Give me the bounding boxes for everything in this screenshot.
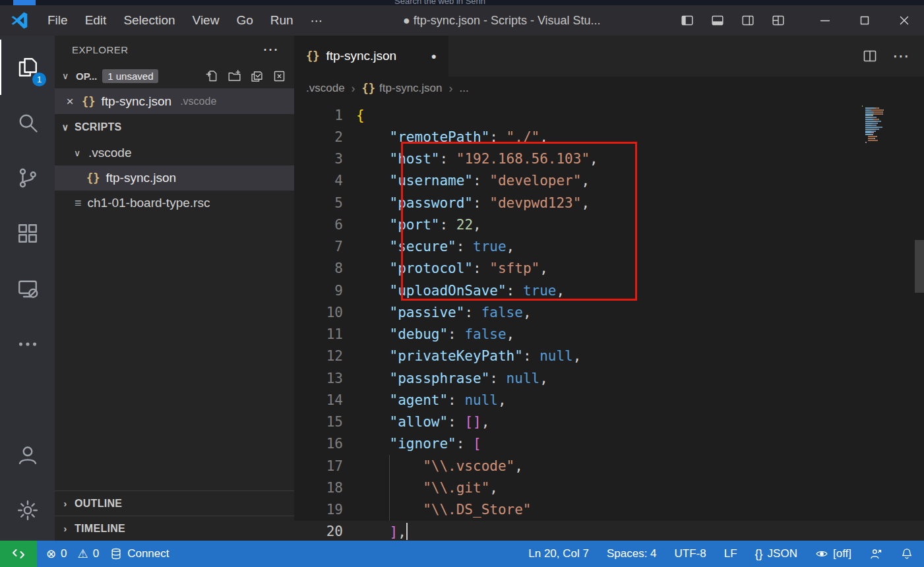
section-scripts[interactable]: ∨ SCRIPTS: [55, 114, 294, 140]
toggle-panel-icon[interactable]: [710, 13, 725, 28]
menu-selection[interactable]: Selection: [115, 13, 183, 28]
line-number: 6: [294, 217, 343, 233]
line-number: 15: [294, 414, 343, 430]
cursor-position[interactable]: Ln 20, Col 7: [528, 547, 589, 560]
code-line-13[interactable]: 13 "passphrase": null,: [294, 367, 924, 389]
breadcrumb-item[interactable]: ...: [460, 82, 469, 95]
menu-go[interactable]: Go: [228, 13, 261, 28]
breadcrumb-item[interactable]: .vscode: [306, 82, 345, 95]
code-line-15[interactable]: 15 "allow": [],: [294, 411, 924, 433]
notifications[interactable]: [900, 547, 913, 560]
eol-indicator[interactable]: LF: [724, 547, 737, 560]
activity-extensions[interactable]: [0, 206, 55, 261]
menu-file[interactable]: File: [39, 13, 77, 28]
breadcrumb-item[interactable]: {}ftp-sync.json: [362, 82, 443, 95]
code-line-9[interactable]: 9 "uploadOnSave": true,: [294, 280, 924, 301]
breadcrumb-separator-icon: ›: [449, 82, 453, 96]
activity-remote-explorer[interactable]: [0, 261, 55, 316]
sidebar-more-icon[interactable]: ⋯: [262, 42, 278, 57]
new-folder-icon[interactable]: [228, 69, 241, 83]
activity-explorer[interactable]: 1: [0, 40, 55, 95]
code-line-2[interactable]: 2 "remotePath": "./",: [294, 126, 924, 148]
section-timeline[interactable]: › TIMELINE: [55, 516, 294, 541]
code-line-5[interactable]: 5 "password": "devpwd123",: [294, 192, 924, 214]
encoding[interactable]: UTF-8: [675, 547, 706, 560]
code-line-4[interactable]: 4 "username": "developer",: [294, 170, 924, 192]
code-line-3[interactable]: 3 "host": "192.168.56.103",: [294, 148, 924, 170]
open-editor-item[interactable]: × {} ftp-sync.json .vscode: [55, 88, 294, 114]
window-title: ● ftp-sync.json - Scripts - Visual Stu..…: [332, 14, 672, 28]
feedback[interactable]: [869, 547, 882, 560]
eye-icon: [815, 547, 828, 560]
file-icon: ≡: [75, 196, 82, 210]
bell-icon: [900, 547, 913, 560]
editor-more-icon[interactable]: ⋯: [892, 47, 909, 65]
customize-layout-icon[interactable]: [771, 13, 785, 28]
code-line-1[interactable]: 1{: [294, 104, 924, 126]
code-line-14[interactable]: 14 "agent": null,: [294, 389, 924, 411]
close-editor-icon[interactable]: ×: [64, 94, 76, 109]
save-all-icon[interactable]: [250, 69, 264, 83]
chevron-down-icon: ∨: [60, 71, 71, 81]
activity-more[interactable]: [0, 316, 55, 372]
menu-more[interactable]: ⋯: [302, 13, 332, 28]
tab-label: ftp-sync.json: [326, 49, 396, 63]
sidebar-title: EXPLORER: [72, 44, 262, 55]
modified-indicator[interactable]: ●: [431, 51, 437, 61]
source-control-icon: [16, 166, 40, 190]
code-line-20[interactable]: 20 ],: [294, 521, 924, 541]
code-line-7[interactable]: 7 "secure": true,: [294, 236, 924, 258]
tree-item-rsc-file[interactable]: ≡ ch1-01-board-type.rsc: [55, 191, 294, 216]
code-line-11[interactable]: 11 "debug": false,: [294, 324, 924, 345]
code-line-16[interactable]: 16 "ignore": [: [294, 433, 924, 455]
split-editor-icon[interactable]: [862, 48, 878, 64]
activity-search[interactable]: [0, 95, 55, 150]
close-button[interactable]: [884, 5, 924, 36]
remote-explorer-icon: [16, 277, 40, 301]
close-all-editors-icon[interactable]: [272, 69, 286, 83]
toggle-sidebar-icon[interactable]: [680, 13, 694, 28]
ftp-sync-status[interactable]: [off]: [815, 547, 851, 560]
menu-edit[interactable]: Edit: [77, 13, 115, 28]
line-number: 4: [294, 173, 343, 189]
language-mode[interactable]: {}JSON: [755, 547, 797, 561]
maximize-button[interactable]: [845, 5, 884, 36]
problems-warnings[interactable]: ⚠0: [78, 547, 100, 561]
minimap[interactable]: [862, 105, 912, 144]
unsaved-badge: 1 unsaved: [102, 69, 158, 83]
menu-view[interactable]: View: [184, 13, 228, 28]
code-line-6[interactable]: 6 "port": 22,: [294, 214, 924, 235]
background-partial-text: Search the web in Senn: [394, 0, 485, 5]
problems-errors[interactable]: ⊗0: [46, 547, 67, 561]
code-line-12[interactable]: 12 "privateKeyPath": null,: [294, 345, 924, 367]
toggle-secondary-sidebar-icon[interactable]: [741, 13, 755, 28]
activity-settings[interactable]: [0, 483, 55, 538]
connect-button[interactable]: Connect: [109, 547, 169, 560]
scrollbar[interactable]: [915, 240, 924, 293]
window-controls: [805, 5, 924, 36]
code-line-8[interactable]: 8 "protocol": "sftp",: [294, 258, 924, 280]
tree-item-ftp-sync-json[interactable]: {} ftp-sync.json: [55, 165, 294, 191]
activity-source-control[interactable]: [0, 150, 55, 206]
line-number: 1: [294, 107, 343, 123]
background-window-strip: Search the web in Senn: [0, 0, 924, 5]
tab-ftp-sync-json[interactable]: {} ftp-sync.json ●: [294, 36, 448, 76]
warning-icon: ⚠: [78, 547, 88, 561]
indentation[interactable]: Spaces: 4: [607, 547, 657, 560]
new-file-icon[interactable]: [205, 69, 219, 83]
activity-accounts[interactable]: [0, 427, 55, 483]
menu-run[interactable]: Run: [262, 13, 302, 28]
error-icon: ⊗: [46, 547, 56, 561]
code-line-10[interactable]: 10 "passive": false,: [294, 301, 924, 323]
minimize-button[interactable]: [805, 5, 845, 36]
section-outline[interactable]: › OUTLINE: [55, 491, 294, 516]
line-number: 12: [294, 348, 343, 364]
tree-item-vscode-folder[interactable]: ∨ .vscode: [55, 140, 294, 165]
line-number: 11: [294, 326, 343, 342]
open-editors-header[interactable]: ∨ OP... 1 unsaved: [55, 63, 294, 88]
vscode-logo-icon: [10, 11, 30, 30]
code-editor[interactable]: 1{2 "remotePath": "./",3 "host": "192.16…: [294, 100, 924, 541]
line-number: 3: [294, 151, 343, 167]
remote-indicator[interactable]: [0, 541, 37, 567]
project-section-label: SCRIPTS: [75, 121, 121, 133]
